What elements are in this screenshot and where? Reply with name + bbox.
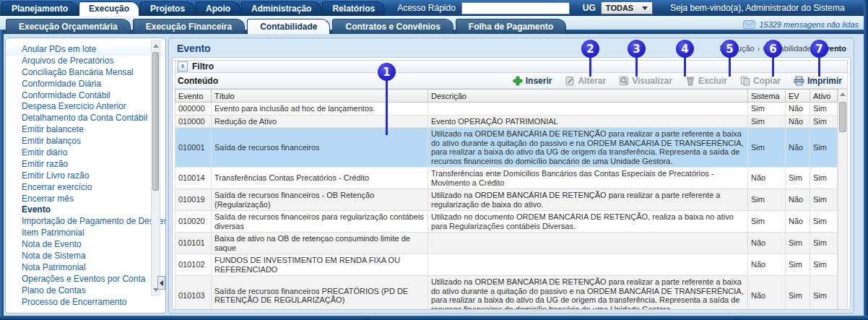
table-row[interactable]: 010000 Redução de Ativo Evento OPERAÇÃO … — [175, 115, 838, 128]
table-row[interactable]: 010019 Saída de recursos financeiros - O… — [175, 189, 838, 211]
sidebar-item-arquivos-precatorios[interactable]: Arquivos de Precatórios — [6, 56, 165, 67]
edit-button[interactable]: Alterar — [565, 76, 606, 86]
content-inner-panel: › Filtro Conteúdo Inserir — [172, 57, 851, 310]
sidebar-item-conciliacao-bancaria[interactable]: Conciliação Bancária Mensal — [6, 67, 165, 79]
print-button-label: Imprimir — [807, 76, 842, 86]
cell-ev: Não — [786, 115, 810, 128]
tab-folha-pagamento[interactable]: Folha de Pagamento — [456, 19, 566, 34]
ug-select-value: TODAS — [606, 4, 633, 12]
window-frame-right — [864, 0, 868, 320]
cell-evento: 010014 — [175, 168, 212, 189]
col-header-descricao[interactable]: Descrição — [428, 90, 748, 103]
cell-sistema: Sim — [748, 128, 786, 168]
col-header-titulo[interactable]: Título — [212, 90, 428, 103]
tab-contabilidade[interactable]: Contabilidade — [247, 19, 330, 34]
unread-messages-link[interactable]: 15329 mensagens não lidas — [743, 20, 859, 30]
cell-titulo: Transferências Contas Precatórios - Créd… — [212, 168, 428, 189]
filter-expand-icon[interactable]: › — [178, 61, 188, 72]
table-header-row: Evento Título Descrição Sistema EV Ativo — [175, 90, 838, 103]
print-button[interactable]: Imprimir — [794, 76, 842, 86]
sidebar-item-plano-de-contas[interactable]: Plano de Contas — [6, 285, 165, 297]
sidebar-item-nota-de-evento[interactable]: Nota de Evento — [6, 239, 165, 251]
tab-relatorios[interactable]: Relatórios — [322, 1, 385, 16]
table-row[interactable]: 000000 Evento para inclusão ad hoc de la… — [175, 103, 838, 116]
ug-select[interactable]: TODAS — [601, 1, 653, 14]
cell-descricao — [428, 233, 748, 254]
sidebar-scrollbar[interactable] — [151, 40, 160, 295]
edit-button-label: Alterar — [578, 76, 606, 86]
scroll-up-icon[interactable] — [840, 92, 846, 96]
sidebar-item-importacao-pagamento[interactable]: Importação de Pagamento de Despesas — [6, 216, 165, 228]
tab-administracao[interactable]: Administração — [241, 1, 321, 16]
cell-evento: 010020 — [175, 211, 212, 233]
tab-execucao-financeira[interactable]: Execução Financeira — [133, 19, 245, 34]
cell-descricao: Transferências ente Domicilios Bancários… — [428, 168, 748, 189]
trash-icon — [685, 76, 695, 86]
cell-ativo: Sim — [810, 168, 838, 189]
sidebar-item-anular-pds[interactable]: Anular PDs em lote — [6, 44, 165, 56]
tab-projetos[interactable]: Projetos — [140, 1, 195, 16]
table-row-selected[interactable]: 010001 Saída de recursos financeiros Uti… — [175, 128, 838, 168]
table-row[interactable]: 010020 Saída de recursos financeiros par… — [175, 211, 838, 233]
tab-apoio[interactable]: Apoio — [196, 1, 240, 16]
events-table-wrap: Evento Título Descrição Sistema EV Ativo… — [175, 89, 848, 310]
cell-titulo: Baixa de ativo na OB de retençao consumi… — [212, 233, 428, 254]
cell-ativo: Sim — [810, 128, 838, 168]
sidebar-item-processo-encerramento[interactable]: Processo de Encerramento — [6, 297, 165, 308]
cell-sistema: Não — [748, 254, 786, 276]
view-button[interactable]: Visualizar — [619, 76, 672, 86]
cell-descricao: Utilizado na ORDEM BANCÁRIA DE RETENÇÃO … — [428, 189, 748, 211]
table-scrollbar[interactable] — [838, 89, 848, 310]
view-button-label: Visualizar — [632, 76, 672, 86]
sub-nav-bar: Execução Orçamentária Execução Financeir… — [0, 16, 868, 34]
col-header-evento[interactable]: Evento — [175, 90, 212, 103]
annotation-circle-2: 2 — [581, 40, 599, 58]
tab-execucao-orcamentaria[interactable]: Execução Orçamentária — [6, 19, 131, 34]
sidebar-item-detalhamento-conta[interactable]: Detalhamento da Conta Contábil — [6, 113, 165, 124]
sidebar-item-conformidade-diaria[interactable]: Conformidade Diária — [6, 79, 165, 90]
sidebar-item-conformidade-contabil[interactable]: Conformidade Contábil — [6, 90, 165, 102]
page-title: Evento — [177, 43, 211, 54]
cell-descricao: Evento OPERAÇÃO PATRIMONIAL — [428, 115, 748, 128]
sidebar-item-item-patrimonial[interactable]: Item Patrimonial — [6, 228, 165, 239]
sidebar-item-emitir-balancete[interactable]: Emitir balancete — [6, 124, 165, 136]
tab-execucao[interactable]: Execução — [79, 1, 139, 16]
unread-messages-text: 15329 mensagens não lidas — [759, 20, 859, 29]
sidebar-item-encerrar-mes[interactable]: Encerrar mês — [6, 194, 165, 205]
col-header-ativo[interactable]: Ativo — [810, 90, 838, 103]
body-area: Anular PDs em lote Arquivos de Precatóri… — [0, 34, 868, 320]
sidebar-item-emitir-livro-razao[interactable]: Emitir Livro razão — [6, 170, 165, 182]
tab-planejamento[interactable]: Planejamento — [1, 1, 78, 16]
table-row[interactable]: 010101 Baixa de ativo na OB de retençao … — [175, 233, 838, 254]
cell-ev: Sim — [786, 254, 810, 276]
col-header-ev[interactable]: EV — [786, 90, 810, 103]
copy-button[interactable]: Copiar — [740, 76, 781, 86]
sidebar-item-despesa-exercicio[interactable]: Despesa Exercício Anterior — [6, 101, 165, 113]
cell-sistema: Não — [748, 276, 786, 311]
tab-contratos-convenios[interactable]: Contratos e Convênios — [332, 19, 453, 34]
col-header-sistema[interactable]: Sistema — [748, 90, 786, 103]
sidebar-item-emitir-diario[interactable]: Emitir diário — [6, 147, 165, 159]
sidebar-item-nota-patrimonial[interactable]: Nota Patrimonial — [6, 262, 165, 274]
quick-access-input[interactable] — [461, 2, 570, 14]
sidebar-item-evento[interactable]: Evento — [6, 204, 165, 216]
sidebar-collapse-handle[interactable] — [157, 276, 165, 290]
table-row[interactable]: 010103 Saída de recursos financeiros PRE… — [175, 276, 838, 311]
table-scrollbar-thumb[interactable] — [839, 102, 846, 132]
sidebar-item-nota-de-sistema[interactable]: Nota de Sistema — [6, 251, 165, 262]
sidebar-scrollbar-thumb[interactable] — [152, 52, 159, 191]
sidebar-item-emitir-balancos[interactable]: Emitir balanços — [6, 136, 165, 147]
insert-button[interactable]: Inserir — [513, 76, 552, 86]
sidebar-item-emitir-razao[interactable]: Emitir razão — [6, 159, 165, 170]
sidebar-item-operacoes-eventos[interactable]: Operações e Eventos por Conta — [6, 274, 165, 285]
window-frame-bottom — [0, 316, 868, 320]
delete-button[interactable]: Excluir — [685, 76, 727, 86]
cell-descricao: Utilizado na ORDEM BANCÁRIA DE RETENÇÃO … — [428, 128, 748, 168]
scroll-up-icon[interactable] — [153, 44, 159, 48]
printer-icon — [794, 76, 804, 86]
annotation-circle-5: 5 — [721, 40, 739, 58]
table-row[interactable]: 010014 Transferências Contas Precatórios… — [175, 168, 838, 189]
table-row[interactable]: 010102 FUNDOS DE INVESTIMENTO EM RENDA F… — [175, 254, 838, 276]
annotation-stem-6 — [772, 57, 774, 77]
sidebar-item-encerrar-exercicio[interactable]: Encerrar exercício — [6, 182, 165, 194]
